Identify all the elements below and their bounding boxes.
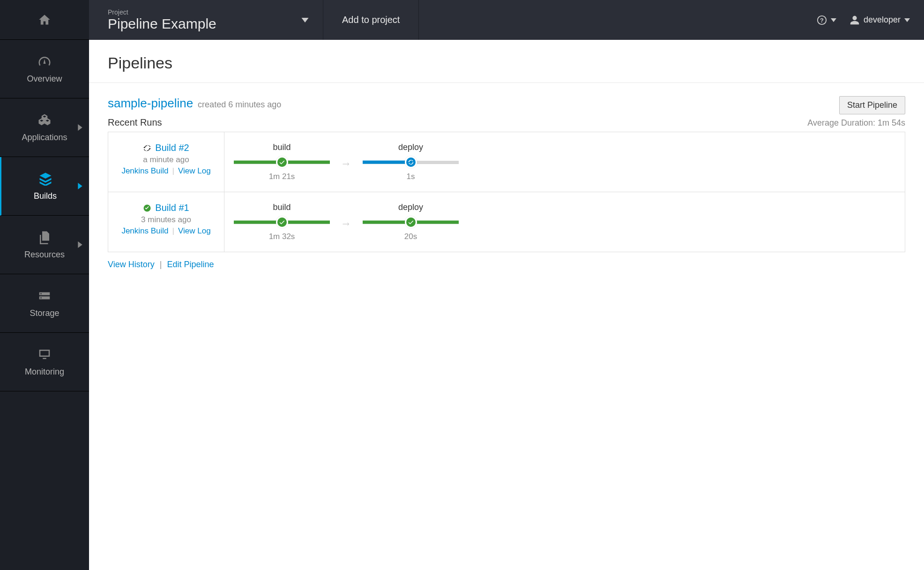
- stage-duration: 1m 32s: [269, 232, 295, 241]
- stage-deploy: deploy 20s: [363, 202, 459, 241]
- project-name: Pipeline Example: [108, 16, 304, 32]
- runs-table: Build #2 a minute ago Jenkins Build | Vi…: [108, 132, 905, 252]
- chevron-right-icon: [78, 124, 82, 131]
- sidebar-item-overview[interactable]: Overview: [0, 40, 89, 98]
- running-icon: [405, 156, 417, 168]
- sidebar: Overview Applications Builds Resources S…: [0, 0, 89, 570]
- layers-icon: [38, 172, 52, 186]
- sidebar-item-applications[interactable]: Applications: [0, 98, 89, 157]
- files-icon: [37, 230, 52, 244]
- edit-pipeline-link[interactable]: Edit Pipeline: [167, 260, 214, 269]
- view-log-link[interactable]: View Log: [178, 166, 211, 176]
- sidebar-item-resources[interactable]: Resources: [0, 216, 89, 274]
- build-name-link[interactable]: Build #1: [155, 202, 189, 213]
- project-label: Project: [108, 8, 304, 16]
- chevron-down-icon: [301, 18, 309, 22]
- start-pipeline-button[interactable]: Start Pipeline: [839, 96, 905, 114]
- view-log-link[interactable]: View Log: [178, 226, 211, 236]
- chevron-right-icon: [78, 183, 82, 189]
- jenkins-build-link[interactable]: Jenkins Build: [121, 226, 168, 236]
- stage-label: deploy: [398, 142, 423, 152]
- sidebar-item-builds[interactable]: Builds: [0, 157, 89, 216]
- stage-label: deploy: [398, 202, 423, 212]
- run-meta: Build #1 3 minutes ago Jenkins Build | V…: [108, 192, 224, 252]
- user-menu[interactable]: developer: [849, 15, 910, 25]
- stages: build 1m 32s: [224, 192, 905, 252]
- sidebar-label-applications: Applications: [22, 133, 67, 142]
- run-meta: Build #2 a minute ago Jenkins Build | Vi…: [108, 132, 224, 192]
- home-icon: [38, 13, 51, 26]
- stages: build 1m 21s: [224, 132, 905, 192]
- page-title: Pipelines: [108, 54, 905, 72]
- run-row: Build #1 3 minutes ago Jenkins Build | V…: [108, 192, 905, 252]
- sidebar-label-monitoring: Monitoring: [25, 367, 64, 377]
- sidebar-item-monitoring[interactable]: Monitoring: [0, 333, 89, 391]
- stage-duration: 1s: [407, 172, 415, 181]
- help-menu[interactable]: ?: [817, 15, 836, 25]
- sidebar-label-storage: Storage: [30, 308, 59, 318]
- check-icon: [276, 216, 288, 228]
- run-row: Build #2 a minute ago Jenkins Build | Vi…: [108, 132, 905, 192]
- jenkins-build-link[interactable]: Jenkins Build: [121, 166, 168, 176]
- cubes-icon: [37, 113, 52, 127]
- success-icon: [143, 204, 151, 212]
- username: developer: [864, 15, 901, 25]
- stage-build: build 1m 32s: [234, 202, 330, 241]
- check-icon: [276, 156, 288, 168]
- view-history-link[interactable]: View History: [108, 260, 155, 269]
- user-icon: [849, 15, 860, 25]
- stage-duration: 20s: [404, 232, 417, 241]
- recent-runs-label: Recent Runs: [108, 117, 162, 128]
- sidebar-item-storage[interactable]: Storage: [0, 274, 89, 333]
- chevron-down-icon: [831, 18, 836, 22]
- sidebar-label-builds: Builds: [34, 191, 57, 201]
- storage-icon: [37, 289, 52, 303]
- check-icon: [405, 216, 417, 228]
- chevron-right-icon: [78, 241, 82, 248]
- project-selector[interactable]: Project Pipeline Example: [89, 0, 323, 40]
- average-duration: Average Duration: 1m 54s: [807, 118, 905, 128]
- pipeline-created-time: created 6 minutes ago: [198, 100, 281, 110]
- monitor-icon: [37, 347, 52, 361]
- stage-label: build: [273, 202, 291, 212]
- dashboard-icon: [37, 54, 52, 68]
- stage-duration: 1m 21s: [269, 172, 295, 181]
- sidebar-label-resources: Resources: [24, 250, 65, 260]
- sidebar-home[interactable]: [0, 0, 89, 40]
- svg-text:?: ?: [820, 16, 824, 23]
- stage-label: build: [273, 142, 291, 152]
- stage-deploy: deploy 1s: [363, 142, 459, 181]
- pipeline-name-link[interactable]: sample-pipeline: [108, 96, 193, 111]
- arrow-right-icon: [339, 218, 353, 226]
- chevron-down-icon: [904, 18, 910, 22]
- build-name-link[interactable]: Build #2: [155, 142, 189, 153]
- add-to-project-button[interactable]: Add to project: [323, 0, 419, 40]
- help-icon: ?: [817, 15, 827, 25]
- build-time: 3 minutes ago: [141, 215, 191, 225]
- build-time: a minute ago: [143, 155, 189, 165]
- pipeline-actions: View History | Edit Pipeline: [108, 260, 905, 270]
- topbar: Project Pipeline Example Add to project …: [89, 0, 924, 40]
- stage-build: build 1m 21s: [234, 142, 330, 181]
- sidebar-label-overview: Overview: [27, 74, 62, 84]
- arrow-right-icon: [339, 158, 353, 166]
- running-icon: [143, 144, 151, 152]
